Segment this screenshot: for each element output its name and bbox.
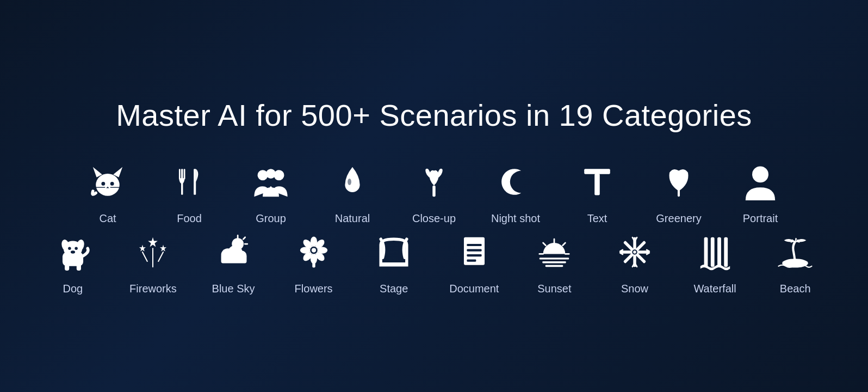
svg-rect-69 xyxy=(545,265,563,266)
svg-point-26 xyxy=(75,247,77,249)
category-nightshot[interactable]: Night shot xyxy=(475,160,556,225)
category-dog[interactable]: Dog xyxy=(33,230,113,295)
category-group[interactable]: Group xyxy=(230,160,312,225)
category-text[interactable]: Text xyxy=(556,160,638,225)
svg-rect-84 xyxy=(704,237,708,266)
svg-point-25 xyxy=(68,247,71,249)
closeup-icon xyxy=(412,160,456,204)
svg-rect-60 xyxy=(467,254,481,256)
svg-line-63 xyxy=(543,243,546,246)
category-document[interactable]: Document xyxy=(434,230,514,295)
svg-point-14 xyxy=(266,169,276,179)
svg-line-64 xyxy=(563,243,566,246)
svg-point-27 xyxy=(71,250,75,253)
svg-rect-16 xyxy=(432,185,435,196)
category-natural[interactable]: Natural xyxy=(312,160,393,225)
category-greenery[interactable]: Greenery xyxy=(638,160,720,225)
svg-marker-30 xyxy=(148,237,158,247)
snow-icon xyxy=(613,230,656,274)
svg-rect-59 xyxy=(467,249,481,251)
category-snow[interactable]: Snow xyxy=(594,230,675,295)
group-icon xyxy=(249,160,293,204)
waterfall-label: Waterfall xyxy=(693,283,736,295)
waterfall-icon xyxy=(693,230,737,274)
category-food[interactable]: Food xyxy=(148,160,230,225)
greenery-icon xyxy=(657,160,700,204)
svg-rect-18 xyxy=(594,174,600,195)
group-label: Group xyxy=(256,212,286,225)
svg-point-15 xyxy=(348,178,351,185)
portrait-icon xyxy=(739,160,782,204)
categories-grid: Cat Food xyxy=(0,160,868,295)
cat-label: Cat xyxy=(99,212,116,225)
svg-rect-19 xyxy=(678,189,680,197)
food-icon xyxy=(168,160,211,204)
svg-rect-85 xyxy=(710,237,714,266)
svg-point-20 xyxy=(752,166,768,182)
svg-rect-11 xyxy=(194,169,196,195)
row-1: Cat Food xyxy=(33,160,835,225)
closeup-label: Close-up xyxy=(412,212,456,225)
sunset-label: Sunset xyxy=(537,283,571,295)
snow-label: Snow xyxy=(621,283,648,295)
svg-rect-61 xyxy=(467,259,476,261)
bluesky-label: Blue Sky xyxy=(212,283,255,295)
text-icon xyxy=(575,160,619,204)
greenery-label: Greenery xyxy=(656,212,701,225)
svg-rect-9 xyxy=(179,169,181,179)
flowers-icon xyxy=(292,230,336,274)
nightshot-icon xyxy=(494,160,537,204)
beach-icon xyxy=(773,230,817,274)
natural-icon xyxy=(331,160,374,204)
beach-label: Beach xyxy=(780,283,811,295)
sunset-icon xyxy=(532,230,576,274)
svg-line-35 xyxy=(159,252,164,261)
portrait-label: Portrait xyxy=(743,212,778,225)
flowers-label: Flowers xyxy=(295,283,333,295)
category-sunset[interactable]: Sunset xyxy=(514,230,595,295)
category-cat[interactable]: Cat xyxy=(67,160,148,225)
svg-rect-29 xyxy=(77,264,81,270)
category-flowers[interactable]: Flowers xyxy=(274,230,354,295)
svg-rect-68 xyxy=(543,261,567,263)
svg-line-38 xyxy=(243,237,245,238)
svg-rect-87 xyxy=(724,237,728,266)
document-icon xyxy=(452,230,496,274)
page-title: Master AI for 500+ Scenarios in 19 Categ… xyxy=(116,97,752,133)
svg-point-4 xyxy=(110,182,114,186)
svg-rect-28 xyxy=(65,264,69,270)
svg-marker-31 xyxy=(139,244,146,251)
category-closeup[interactable]: Close-up xyxy=(393,160,475,225)
svg-rect-17 xyxy=(584,169,610,174)
stage-label: Stage xyxy=(380,283,408,295)
category-fireworks[interactable]: Fireworks xyxy=(113,230,194,295)
category-stage[interactable]: Stage xyxy=(354,230,434,295)
stage-icon xyxy=(372,230,416,274)
svg-point-0 xyxy=(96,174,120,196)
svg-point-3 xyxy=(101,182,105,186)
svg-rect-56 xyxy=(381,262,407,265)
fireworks-icon xyxy=(131,230,175,274)
svg-rect-10 xyxy=(184,169,185,179)
text-label: Text xyxy=(587,212,607,225)
svg-rect-67 xyxy=(540,258,569,259)
category-portrait[interactable]: Portrait xyxy=(720,160,801,225)
category-waterfall[interactable]: Waterfall xyxy=(675,230,755,295)
food-label: Food xyxy=(177,212,202,225)
cat-icon xyxy=(86,160,129,204)
svg-marker-32 xyxy=(160,244,166,251)
natural-label: Natural xyxy=(335,212,370,225)
svg-point-55 xyxy=(312,248,316,252)
bluesky-icon xyxy=(212,230,255,274)
category-bluesky[interactable]: Blue Sky xyxy=(193,230,274,295)
svg-rect-43 xyxy=(221,255,247,263)
svg-line-34 xyxy=(142,252,147,261)
fireworks-label: Fireworks xyxy=(129,283,177,295)
svg-point-75 xyxy=(633,250,636,253)
dog-label: Dog xyxy=(63,283,83,295)
dog-icon xyxy=(51,230,95,274)
svg-rect-86 xyxy=(717,237,721,266)
category-beach[interactable]: Beach xyxy=(755,230,835,295)
svg-rect-58 xyxy=(467,244,481,246)
nightshot-label: Night shot xyxy=(491,212,540,225)
